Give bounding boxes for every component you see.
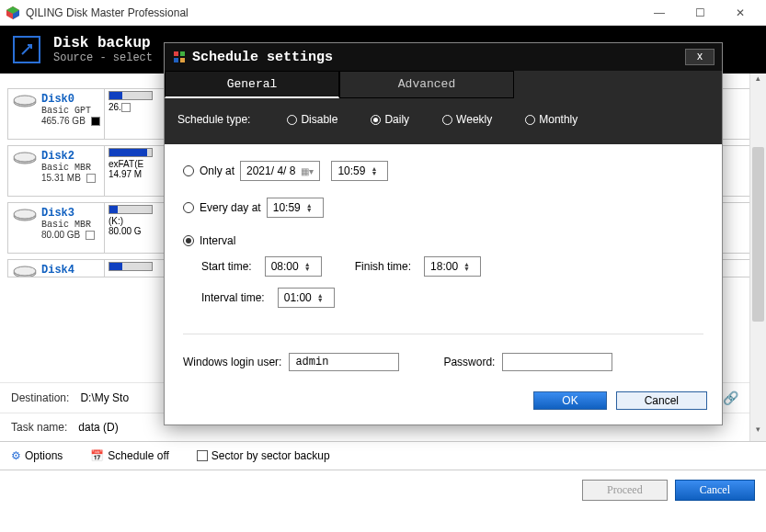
radio-disable[interactable]: Disable <box>287 113 337 126</box>
svg-rect-14 <box>180 58 185 62</box>
disk-name: Disk2 <box>41 150 96 163</box>
options-bar: ⚙Options 📅Schedule off Sector by sector … <box>0 441 766 470</box>
close-button[interactable]: ✕ <box>720 0 760 26</box>
window-title: QILING Disk Master Professional <box>26 6 639 19</box>
maximize-button[interactable]: ☐ <box>680 0 720 26</box>
scroll-thumb[interactable] <box>752 147 764 322</box>
dialog-cancel-button[interactable]: Cancel <box>616 391 707 410</box>
radio-only-at[interactable] <box>183 165 194 176</box>
page-title: Disk backup <box>53 35 153 51</box>
app-logo-icon <box>6 6 20 20</box>
tab-general[interactable]: General <box>165 71 339 98</box>
svg-rect-12 <box>180 51 185 56</box>
finish-time-label: Finish time: <box>355 260 411 273</box>
disk-name: Disk3 <box>41 207 95 220</box>
svg-rect-13 <box>174 58 178 62</box>
tab-advanced[interactable]: Advanced <box>339 71 514 98</box>
every-day-time-field[interactable]: 10:59▲▼ <box>267 198 324 218</box>
partition-label: (K:) <box>109 216 153 226</box>
schedule-type-row: Schedule type: Disable Daily Weekly Mont… <box>165 98 722 144</box>
start-time-label: Start time: <box>201 260 252 273</box>
checkbox-icon[interactable] <box>197 450 208 461</box>
dialog-body: Only at 2021/ 4/ 8▦▾ 10:59▲▼ Every day a… <box>165 144 722 380</box>
title-bar: QILING Disk Master Professional — ☐ ✕ <box>0 0 766 26</box>
partition-box[interactable]: (K:) 80.00 G <box>104 203 156 253</box>
options-button[interactable]: ⚙Options <box>11 449 63 462</box>
partition-size: 14.97 M <box>109 169 142 179</box>
tab-row: General Advanced <box>165 71 722 98</box>
svg-point-4 <box>14 96 36 105</box>
schedule-settings-dialog: Schedule settings x General Advanced Sch… <box>164 42 723 425</box>
partition-box[interactable]: exFAT(E 14.97 M <box>104 146 156 196</box>
disk-type: Basic GPT <box>41 106 100 116</box>
finish-time-field[interactable]: 18:00▲▼ <box>424 256 481 277</box>
partition-label: 26. <box>109 102 121 112</box>
radio-every-day[interactable] <box>183 202 194 213</box>
every-day-option[interactable]: Every day at 10:59▲▼ <box>183 198 703 218</box>
disk-name: Disk4 <box>41 264 74 277</box>
disk-icon <box>12 264 38 277</box>
svg-rect-11 <box>174 51 178 56</box>
svg-point-10 <box>14 266 36 276</box>
destination-label: Destination: <box>11 391 69 404</box>
spinner-icon[interactable]: ▲▼ <box>371 166 382 175</box>
interval-time-label: Interval time: <box>201 291 265 304</box>
spinner-icon[interactable]: ▲▼ <box>317 293 328 302</box>
login-user-label: Windows login user: <box>183 356 281 368</box>
disk-checkbox[interactable] <box>86 174 96 183</box>
sector-checkbox-row[interactable]: Sector by sector backup <box>197 449 330 462</box>
destination-value: D:\My Sto <box>80 391 129 404</box>
partition-box[interactable]: 26. <box>104 89 156 139</box>
dialog-title: Schedule settings <box>192 50 685 65</box>
cancel-button[interactable]: Cancel <box>675 480 755 501</box>
spinner-icon[interactable]: ▲▼ <box>463 262 474 271</box>
svg-point-6 <box>14 153 36 162</box>
footer-bar: Proceed Cancel <box>0 470 766 510</box>
only-at-option[interactable]: Only at 2021/ 4/ 8▦▾ 10:59▲▼ <box>183 161 703 181</box>
dialog-header: Schedule settings x <box>165 43 722 71</box>
spinner-icon[interactable]: ▲▼ <box>304 262 315 271</box>
password-input[interactable] <box>502 353 612 371</box>
taskname-label: Task name: <box>11 421 67 434</box>
disk-size: 465.76 GB <box>41 116 86 126</box>
schedule-type-label: Schedule type: <box>177 113 250 126</box>
dialog-footer: OK Cancel <box>165 380 722 424</box>
spinner-icon[interactable]: ▲▼ <box>306 203 317 212</box>
only-at-time-field[interactable]: 10:59▲▼ <box>331 161 388 181</box>
interval-time-field[interactable]: 01:00▲▼ <box>278 288 335 308</box>
disk-icon <box>12 93 38 113</box>
connection-icon[interactable]: 🔗 <box>723 391 738 405</box>
disk-checkbox[interactable] <box>91 117 100 126</box>
only-at-date-field[interactable]: 2021/ 4/ 8▦▾ <box>240 161 320 181</box>
minimize-button[interactable]: — <box>639 0 680 26</box>
radio-monthly[interactable]: Monthly <box>525 113 577 126</box>
gear-icon: ⚙ <box>11 449 21 462</box>
disk-icon <box>12 150 38 170</box>
calendar-dropdown-icon[interactable]: ▦▾ <box>301 166 314 176</box>
svg-point-8 <box>14 209 36 219</box>
proceed-button[interactable]: Proceed <box>582 480 668 501</box>
start-time-field[interactable]: 08:00▲▼ <box>265 256 322 277</box>
radio-daily[interactable]: Daily <box>371 113 409 126</box>
login-row: Windows login user: Password: <box>183 334 703 371</box>
scroll-down-icon[interactable]: ▾ <box>750 424 766 441</box>
interval-option[interactable]: Interval <box>183 234 703 247</box>
dialog-icon <box>172 50 187 64</box>
page-subtitle: Source - select <box>53 51 153 64</box>
ok-button[interactable]: OK <box>533 391 606 410</box>
interval-settings: Start time: 08:00▲▼ Finish time: 18:00▲▼… <box>183 256 703 308</box>
radio-weekly[interactable]: Weekly <box>442 113 492 126</box>
scrollbar[interactable]: ▴ ▾ <box>749 74 766 441</box>
radio-interval[interactable] <box>183 235 194 246</box>
schedule-button[interactable]: 📅Schedule off <box>90 449 169 462</box>
partition-size: 80.00 G <box>109 226 142 236</box>
login-user-input[interactable] <box>289 353 399 371</box>
disk-size: 80.00 GB <box>41 230 80 240</box>
disk-checkbox[interactable] <box>86 231 95 240</box>
disk-icon <box>12 207 38 227</box>
dialog-close-button[interactable]: x <box>685 49 715 65</box>
partition-checkbox[interactable] <box>121 103 131 112</box>
calendar-icon: 📅 <box>90 449 104 462</box>
taskname-value: data (D) <box>78 421 118 434</box>
scroll-up-icon[interactable]: ▴ <box>750 74 766 90</box>
